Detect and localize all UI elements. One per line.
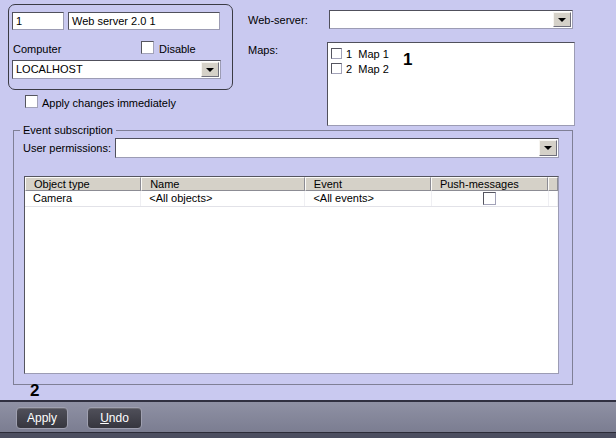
column-header-push-messages[interactable]: Push-messages — [431, 177, 548, 191]
web-server-label: Web-server: — [248, 14, 308, 26]
map-list-item[interactable]: 1 Map 1 — [328, 46, 574, 61]
web-server-settings-panel: 1 Web server 2.0 1 Computer Disable LOCA… — [0, 0, 616, 438]
maps-listbox[interactable]: 1 Map 1 2 Map 2 — [327, 42, 575, 126]
footer-bottom-strip — [0, 432, 616, 438]
computer-select[interactable]: LOCALHOST — [12, 60, 221, 79]
web-server-select[interactable] — [329, 10, 573, 29]
undo-button-label-rest: ndo — [109, 411, 129, 425]
apply-immediately-checkbox[interactable] — [25, 95, 38, 108]
maps-label: Maps: — [248, 44, 278, 56]
computer-dropdown-button[interactable] — [201, 62, 219, 77]
chevron-down-icon — [558, 18, 566, 22]
user-permissions-select[interactable] — [115, 138, 559, 158]
cell-name: <All objects> — [141, 191, 305, 206]
annotation-2: 2 — [30, 381, 39, 401]
event-subscription-table[interactable]: Object type Name Event Push-messages Cam… — [24, 176, 559, 374]
user-permissions-dropdown-button[interactable] — [539, 140, 557, 156]
cell-event: <All events> — [305, 191, 431, 206]
column-header-object-type[interactable]: Object type — [25, 177, 141, 191]
cell-stub — [549, 191, 558, 206]
map-item-label: 2 Map 2 — [346, 63, 389, 75]
map-2-checkbox[interactable] — [331, 63, 342, 74]
annotation-1: 1 — [403, 50, 412, 70]
event-subscription-title: Event subscription — [20, 124, 116, 136]
apply-immediately-label: Apply changes immediately — [42, 97, 176, 109]
table-header-row: Object type Name Event Push-messages — [25, 177, 558, 191]
map-list-item[interactable]: 2 Map 2 — [328, 61, 574, 76]
undo-button[interactable]: Undo — [87, 407, 142, 429]
column-header-event[interactable]: Event — [305, 177, 431, 191]
column-header-name[interactable]: Name — [141, 177, 305, 191]
push-messages-checkbox[interactable] — [483, 192, 496, 205]
identity-panel: 1 Web server 2.0 1 Computer Disable LOCA… — [8, 4, 233, 90]
id-field[interactable]: 1 — [12, 12, 64, 30]
disable-checkbox[interactable] — [141, 41, 154, 54]
disable-label: Disable — [159, 43, 196, 55]
table-row[interactable]: Camera <All objects> <All events> — [25, 191, 558, 207]
map-1-checkbox[interactable] — [331, 48, 342, 59]
map-item-label: 1 Map 1 — [346, 48, 389, 60]
computer-label: Computer — [13, 43, 61, 55]
user-permissions-label: User permissions: — [23, 142, 111, 154]
computer-select-value: LOCALHOST — [16, 63, 83, 75]
chevron-down-icon — [544, 146, 552, 150]
chevron-down-icon — [206, 68, 214, 72]
column-header-stub — [548, 177, 558, 191]
event-subscription-group: Event subscription User permissions: Obj… — [13, 130, 573, 385]
cell-object-type: Camera — [25, 191, 141, 206]
web-server-dropdown-button[interactable] — [553, 12, 571, 27]
apply-button[interactable]: Apply — [16, 407, 68, 429]
cell-push-messages — [432, 191, 549, 206]
undo-button-label-prefix: U — [100, 411, 109, 425]
name-field[interactable]: Web server 2.0 1 — [68, 12, 220, 30]
